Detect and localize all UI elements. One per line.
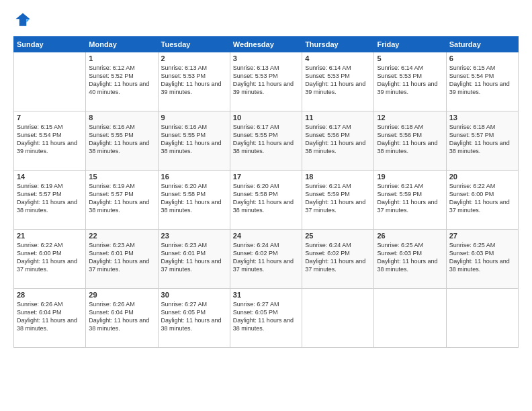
- calendar-day-cell: 9 Sunrise: 6:16 AMSunset: 5:55 PMDayligh…: [158, 111, 230, 171]
- day-info: Sunrise: 6:17 AMSunset: 5:55 PMDaylight:…: [233, 123, 299, 156]
- day-number: 5: [377, 54, 443, 62]
- calendar-day-cell: 28 Sunrise: 6:26 AMSunset: 6:04 PMDaylig…: [14, 289, 86, 348]
- day-info: Sunrise: 6:20 AMSunset: 5:58 PMDaylight:…: [161, 182, 227, 215]
- day-info: Sunrise: 6:27 AMSunset: 6:05 PMDaylight:…: [233, 300, 299, 333]
- day-number: 20: [449, 173, 515, 181]
- day-info: Sunrise: 6:23 AMSunset: 6:01 PMDaylight:…: [161, 241, 227, 274]
- day-number: 30: [161, 291, 227, 299]
- calendar-day-cell: 25 Sunrise: 6:24 AMSunset: 6:02 PMDaylig…: [302, 230, 374, 289]
- page: SundayMondayTuesdayWednesdayThursdayFrid…: [0, 0, 532, 411]
- day-info: Sunrise: 6:18 AMSunset: 5:56 PMDaylight:…: [377, 123, 443, 156]
- calendar-day-cell: 6 Sunrise: 6:15 AMSunset: 5:54 PMDayligh…: [446, 52, 518, 111]
- weekday-cell: Tuesday: [158, 37, 230, 52]
- day-number: 8: [89, 113, 154, 122]
- day-number: 3: [233, 54, 299, 62]
- calendar-day-cell: 18 Sunrise: 6:21 AMSunset: 5:59 PMDaylig…: [302, 171, 374, 230]
- day-info: Sunrise: 6:13 AMSunset: 5:53 PMDaylight:…: [161, 64, 227, 97]
- calendar-day-cell: 15 Sunrise: 6:19 AMSunset: 5:57 PMDaylig…: [86, 171, 158, 230]
- weekday-cell: Monday: [86, 37, 158, 52]
- calendar-day-cell: 26 Sunrise: 6:25 AMSunset: 6:03 PMDaylig…: [374, 230, 446, 289]
- day-info: Sunrise: 6:19 AMSunset: 5:57 PMDaylight:…: [89, 182, 154, 215]
- calendar-day-cell: 13 Sunrise: 6:18 AMSunset: 5:57 PMDaylig…: [446, 111, 518, 171]
- day-number: 14: [17, 173, 83, 181]
- calendar-day-cell: 22 Sunrise: 6:23 AMSunset: 6:01 PMDaylig…: [86, 230, 158, 289]
- logo: [13, 11, 35, 30]
- calendar-table: SundayMondayTuesdayWednesdayThursdayFrid…: [13, 36, 519, 348]
- day-info: Sunrise: 6:18 AMSunset: 5:57 PMDaylight:…: [449, 123, 515, 156]
- calendar-day-cell: 11 Sunrise: 6:17 AMSunset: 5:56 PMDaylig…: [302, 111, 374, 171]
- day-number: 21: [17, 232, 83, 240]
- day-number: 1: [89, 54, 154, 62]
- calendar-day-cell: 14 Sunrise: 6:19 AMSunset: 5:57 PMDaylig…: [14, 171, 86, 230]
- calendar-day-cell: [374, 289, 446, 348]
- calendar-day-cell: 16 Sunrise: 6:20 AMSunset: 5:58 PMDaylig…: [158, 171, 230, 230]
- day-info: Sunrise: 6:21 AMSunset: 5:59 PMDaylight:…: [377, 182, 443, 215]
- calendar-day-cell: 19 Sunrise: 6:21 AMSunset: 5:59 PMDaylig…: [374, 171, 446, 230]
- calendar-week-row: 1 Sunrise: 6:12 AMSunset: 5:52 PMDayligh…: [14, 52, 519, 111]
- day-number: 26: [377, 232, 443, 240]
- day-info: Sunrise: 6:13 AMSunset: 5:53 PMDaylight:…: [233, 64, 299, 97]
- day-number: 19: [377, 173, 443, 181]
- day-info: Sunrise: 6:24 AMSunset: 6:02 PMDaylight:…: [305, 241, 371, 274]
- day-number: 27: [449, 232, 515, 240]
- day-number: 28: [17, 291, 83, 299]
- day-number: 10: [233, 113, 299, 122]
- day-info: Sunrise: 6:15 AMSunset: 5:54 PMDaylight:…: [17, 123, 83, 156]
- calendar-day-cell: [302, 289, 374, 348]
- weekday-cell: Sunday: [14, 37, 86, 52]
- day-info: Sunrise: 6:16 AMSunset: 5:55 PMDaylight:…: [161, 123, 227, 156]
- calendar-day-cell: 27 Sunrise: 6:25 AMSunset: 6:03 PMDaylig…: [446, 230, 518, 289]
- calendar-day-cell: 10 Sunrise: 6:17 AMSunset: 5:55 PMDaylig…: [230, 111, 302, 171]
- weekday-cell: Friday: [374, 37, 446, 52]
- day-number: 9: [161, 113, 227, 122]
- calendar-week-row: 14 Sunrise: 6:19 AMSunset: 5:57 PMDaylig…: [14, 171, 519, 230]
- day-number: 7: [17, 113, 83, 122]
- day-number: 4: [305, 54, 371, 62]
- calendar-day-cell: 12 Sunrise: 6:18 AMSunset: 5:56 PMDaylig…: [374, 111, 446, 171]
- day-info: Sunrise: 6:26 AMSunset: 6:04 PMDaylight:…: [17, 300, 83, 333]
- day-number: 31: [233, 291, 299, 299]
- calendar-day-cell: 24 Sunrise: 6:24 AMSunset: 6:02 PMDaylig…: [230, 230, 302, 289]
- calendar-day-cell: 3 Sunrise: 6:13 AMSunset: 5:53 PMDayligh…: [230, 52, 302, 111]
- calendar-day-cell: 20 Sunrise: 6:22 AMSunset: 6:00 PMDaylig…: [446, 171, 518, 230]
- day-number: 15: [89, 173, 154, 181]
- header: [13, 11, 519, 30]
- day-info: Sunrise: 6:23 AMSunset: 6:01 PMDaylight:…: [89, 241, 154, 274]
- calendar-day-cell: 29 Sunrise: 6:26 AMSunset: 6:04 PMDaylig…: [86, 289, 158, 348]
- day-info: Sunrise: 6:14 AMSunset: 5:53 PMDaylight:…: [305, 64, 371, 97]
- weekday-cell: Saturday: [446, 37, 518, 52]
- calendar-day-cell: [446, 289, 518, 348]
- day-info: Sunrise: 6:21 AMSunset: 5:59 PMDaylight:…: [305, 182, 371, 215]
- day-info: Sunrise: 6:15 AMSunset: 5:54 PMDaylight:…: [449, 64, 515, 97]
- calendar-week-row: 7 Sunrise: 6:15 AMSunset: 5:54 PMDayligh…: [14, 111, 519, 171]
- calendar-day-cell: 7 Sunrise: 6:15 AMSunset: 5:54 PMDayligh…: [14, 111, 86, 171]
- day-number: 6: [449, 54, 515, 62]
- day-info: Sunrise: 6:27 AMSunset: 6:05 PMDaylight:…: [161, 300, 227, 333]
- day-info: Sunrise: 6:16 AMSunset: 5:55 PMDaylight:…: [89, 123, 154, 156]
- weekday-cell: Wednesday: [230, 37, 302, 52]
- calendar-day-cell: 31 Sunrise: 6:27 AMSunset: 6:05 PMDaylig…: [230, 289, 302, 348]
- day-number: 24: [233, 232, 299, 240]
- day-info: Sunrise: 6:17 AMSunset: 5:56 PMDaylight:…: [305, 123, 371, 156]
- day-info: Sunrise: 6:25 AMSunset: 6:03 PMDaylight:…: [449, 241, 515, 274]
- calendar-day-cell: 4 Sunrise: 6:14 AMSunset: 5:53 PMDayligh…: [302, 52, 374, 111]
- calendar-day-cell: 17 Sunrise: 6:20 AMSunset: 5:58 PMDaylig…: [230, 171, 302, 230]
- calendar-day-cell: 1 Sunrise: 6:12 AMSunset: 5:52 PMDayligh…: [86, 52, 158, 111]
- day-number: 18: [305, 173, 371, 181]
- day-info: Sunrise: 6:26 AMSunset: 6:04 PMDaylight:…: [89, 300, 154, 333]
- day-number: 29: [89, 291, 154, 299]
- weekday-cell: Thursday: [302, 37, 374, 52]
- day-info: Sunrise: 6:19 AMSunset: 5:57 PMDaylight:…: [17, 182, 83, 215]
- day-info: Sunrise: 6:22 AMSunset: 6:00 PMDaylight:…: [449, 182, 515, 215]
- calendar-day-cell: 30 Sunrise: 6:27 AMSunset: 6:05 PMDaylig…: [158, 289, 230, 348]
- calendar-day-cell: [14, 52, 86, 111]
- day-info: Sunrise: 6:25 AMSunset: 6:03 PMDaylight:…: [377, 241, 443, 274]
- calendar-week-row: 21 Sunrise: 6:22 AMSunset: 6:00 PMDaylig…: [14, 230, 519, 289]
- logo-icon: [13, 11, 32, 30]
- day-number: 16: [161, 173, 227, 181]
- day-number: 11: [305, 113, 371, 122]
- day-info: Sunrise: 6:12 AMSunset: 5:52 PMDaylight:…: [89, 64, 154, 97]
- calendar-week-row: 28 Sunrise: 6:26 AMSunset: 6:04 PMDaylig…: [14, 289, 519, 348]
- day-number: 2: [161, 54, 227, 62]
- day-info: Sunrise: 6:24 AMSunset: 6:02 PMDaylight:…: [233, 241, 299, 274]
